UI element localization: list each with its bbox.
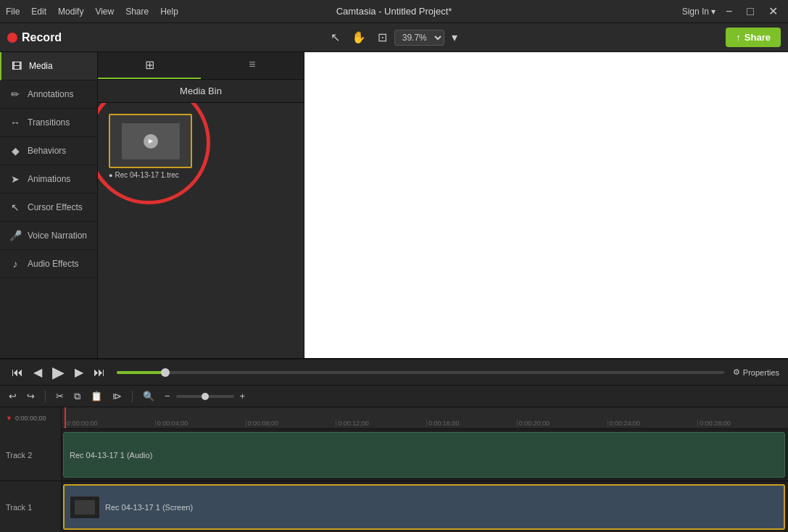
sidebar-item-cursor-effects[interactable]: ↖ Cursor Effects (0, 194, 97, 222)
minimize-button[interactable]: − (721, 4, 737, 20)
menu-file[interactable]: File (6, 7, 20, 17)
step-back-button[interactable]: ◀ (30, 364, 45, 381)
share-icon: ↑ (736, 32, 741, 43)
maximize-button[interactable]: □ (742, 4, 758, 20)
sidebar-item-media[interactable]: 🎞 Media (0, 52, 97, 80)
gear-icon: ⚙ (733, 367, 740, 377)
separator-1 (45, 391, 46, 402)
clip-thumb-inner (75, 500, 95, 515)
zoom-in-button[interactable]: + (237, 389, 249, 403)
sidebar-item-voice-narration[interactable]: 🎤 Voice Narration (0, 222, 97, 250)
track-1-name: Track 1 (6, 503, 32, 512)
record-label: Record (22, 31, 62, 44)
transitions-icon: ↔ (9, 116, 22, 129)
properties-button[interactable]: ⚙ Properties (733, 367, 779, 377)
menu-edit[interactable]: Edit (31, 7, 46, 17)
media-item[interactable]: ▶ ● Rec 04-13-17 1.trec (109, 114, 192, 179)
sidebar-label-cursor-effects: Cursor Effects (28, 202, 83, 212)
track-2-name: Track 2 (6, 451, 32, 460)
media-icon: 🎞 (10, 59, 23, 72)
zoom-out-button[interactable]: − (162, 389, 173, 403)
zoom-dropdown[interactable]: ▾ (447, 28, 462, 47)
ruler-mark-5: 0:00:20;00 (517, 420, 607, 427)
sidebar-label-annotations: Annotations (28, 89, 73, 99)
menu-help[interactable]: Help (160, 7, 178, 17)
zoom-select[interactable]: 39.7% (394, 30, 444, 46)
tab-grid[interactable]: ⊞ (98, 52, 201, 79)
cut-button[interactable]: ✂ (53, 389, 67, 403)
share-button[interactable]: ↑ Share (726, 28, 781, 47)
media-thumbnail: ▶ (109, 114, 192, 168)
play-button[interactable]: ▶ (49, 362, 67, 383)
titlebar: File Edit Modify View Share Help Camtasi… (0, 0, 788, 23)
crop-tool[interactable]: ⊡ (373, 28, 391, 47)
playhead (65, 407, 66, 428)
sidebar-label-animations: Animations (28, 174, 70, 184)
tab-list[interactable]: ≡ (201, 52, 304, 79)
ruler-mark-6: 0:00:24;00 (607, 420, 698, 427)
sidebar-item-behaviors[interactable]: ◆ Behaviors (0, 137, 97, 165)
media-content: ▶ ● Rec 04-13-17 1.trec (98, 103, 304, 362)
zoom-in-icon[interactable]: 🔍 (140, 389, 157, 403)
undo-button[interactable]: ↩ (6, 389, 20, 403)
main-layout: 🎞 Media ✏ Annotations ↔ Transitions ◆ Be… (0, 52, 788, 387)
separator-2 (132, 391, 133, 402)
rewind-button[interactable]: ⏮ (9, 365, 26, 381)
zoom-slider-track[interactable] (176, 395, 234, 398)
menu-bar: File Edit Modify View Share Help (6, 7, 178, 17)
timeline-ruler: 0:00:00;00 0:00:04;00 0:00:08;00 0:00:12… (62, 407, 788, 429)
menu-view[interactable]: View (95, 7, 114, 17)
sidebar-label-transitions: Transitions (28, 117, 70, 128)
track-header-space: ▼ 0:00:00;00 (0, 407, 62, 429)
sidebar-item-audio-effects[interactable]: ♪ Audio Effects (0, 250, 97, 278)
thumb-inner: ▶ (122, 123, 180, 159)
copy-button[interactable]: ⧉ (71, 389, 83, 404)
ruler-mark-0: 0:00:00;00 (65, 420, 155, 427)
screen-clip-label: Rec 04-13-17 1 (Screen) (105, 503, 193, 512)
voice-narration-icon: 🎤 (9, 229, 22, 242)
audio-effects-icon: ♪ (9, 257, 22, 270)
ruler-marks: 0:00:00;00 0:00:04;00 0:00:08;00 0:00:12… (62, 420, 788, 427)
behaviors-icon: ◆ (9, 144, 22, 157)
pan-tool[interactable]: ✋ (347, 28, 370, 47)
media-item-label: ● Rec 04-13-17 1.trec (109, 171, 192, 179)
progress-bar[interactable] (117, 371, 724, 374)
main-toolbar: Record ↖ ✋ ⊡ 39.7% ▾ ↑ Share (0, 23, 788, 52)
playback-controls: ⏮ ◀ ▶ ▶ ⏭ (9, 362, 108, 383)
zoom-slider-thumb (202, 393, 209, 400)
playback-bar: ⏮ ◀ ▶ ▶ ⏭ ⚙ Properties (0, 359, 788, 386)
split-button[interactable]: ⧐ (109, 389, 125, 403)
table-row: Track 1 Rec 04-13-17 1 (Screen) (0, 481, 788, 532)
audio-clip-label: Rec 04-13-17 1 (Audio) (70, 451, 152, 460)
paste-button[interactable]: 📋 (88, 389, 105, 403)
track-2-content[interactable]: Rec 04-13-17 1 (Audio) (62, 429, 788, 481)
step-forward-button[interactable]: ▶ (72, 364, 86, 381)
record-indicator (7, 33, 17, 43)
timeline-toolbar: ↩ ↪ ✂ ⧉ 📋 ⧐ 🔍 − + (0, 386, 788, 407)
timeline: ▼ 0:00:00;00 0:00:00;00 0:00:04;00 0:00:… (0, 407, 788, 532)
toolbar-tools: ↖ ✋ ⊡ 39.7% ▾ (326, 28, 462, 47)
ruler-mark-3: 0:00:12;00 (336, 420, 426, 427)
ruler-mark-4: 0:00:16;00 (426, 420, 517, 427)
audio-clip[interactable]: Rec 04-13-17 1 (Audio) (63, 432, 785, 478)
app-title: Camtasia - Untitled Project* (336, 6, 452, 17)
cursor-effects-icon: ↖ (9, 201, 22, 214)
stop-button[interactable]: ⏭ (91, 365, 108, 381)
select-tool[interactable]: ↖ (326, 28, 344, 47)
record-button[interactable]: Record (7, 31, 62, 44)
menu-modify[interactable]: Modify (58, 7, 83, 17)
screen-clip[interactable]: Rec 04-13-17 1 (Screen) (63, 484, 785, 530)
sidebar-item-animations[interactable]: ➤ Animations (0, 165, 97, 194)
sidebar-item-annotations[interactable]: ✏ Annotations (0, 80, 97, 109)
media-panel: ⊞ ≡ Media Bin ▶ ● Rec 04-13-17 1.trec ⊞ … (98, 52, 304, 387)
track-2-label: Track 2 (0, 429, 62, 481)
timeline-tracks: Track 2 Rec 04-13-17 1 (Audio) Track 1 (0, 429, 788, 532)
redo-button[interactable]: ↪ (24, 389, 38, 403)
progress-fill (117, 371, 165, 374)
timeline-header: ▼ 0:00:00;00 0:00:00;00 0:00:04;00 0:00:… (0, 407, 788, 429)
close-button[interactable]: ✕ (764, 3, 782, 20)
menu-share[interactable]: Share (125, 7, 149, 17)
signin-button[interactable]: Sign In ▾ (682, 7, 716, 17)
sidebar-item-transitions[interactable]: ↔ Transitions (0, 109, 97, 137)
track-1-content[interactable]: Rec 04-13-17 1 (Screen) (62, 481, 788, 532)
